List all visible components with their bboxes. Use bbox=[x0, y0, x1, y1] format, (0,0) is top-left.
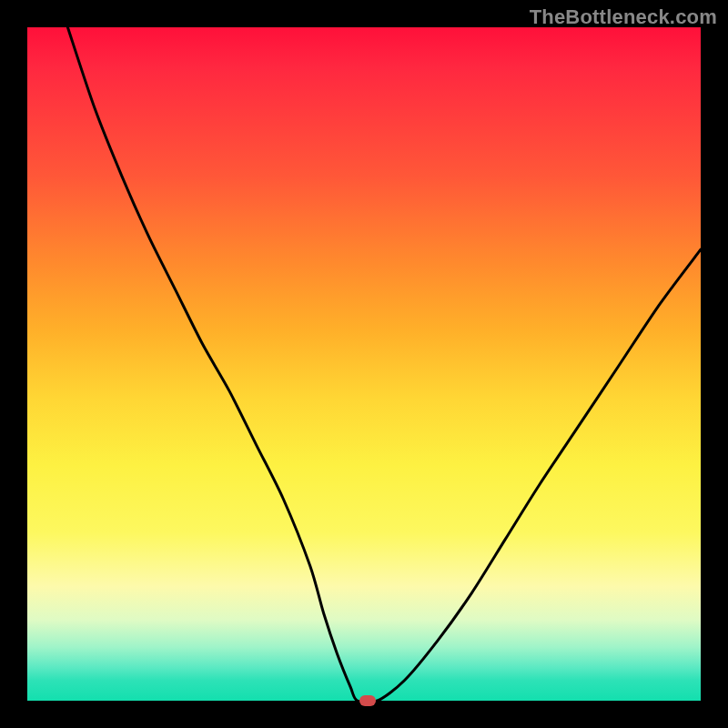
chart-frame: TheBottleneck.com bbox=[0, 0, 728, 728]
optimal-point-marker bbox=[359, 695, 376, 706]
bottleneck-curve-path bbox=[67, 27, 701, 703]
watermark-text: TheBottleneck.com bbox=[530, 5, 717, 29]
plot-area bbox=[27, 27, 701, 701]
curve-svg bbox=[27, 27, 701, 701]
